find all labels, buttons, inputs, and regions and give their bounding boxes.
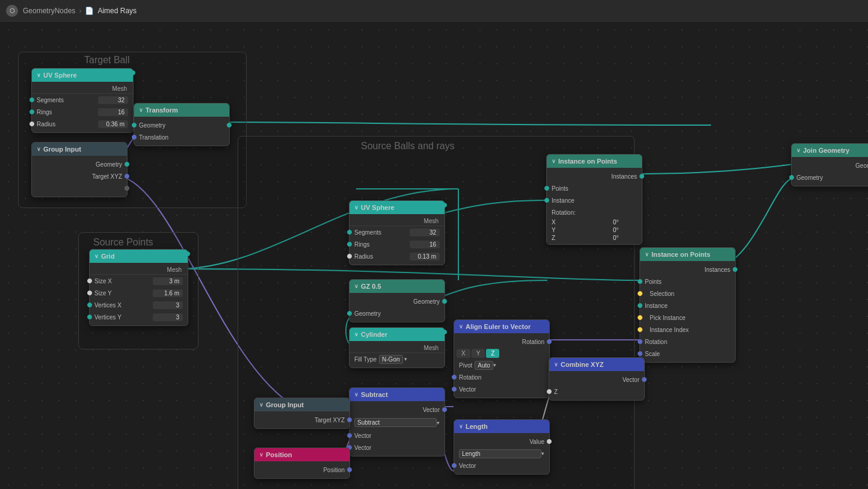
uv-sphere-1-header[interactable]: ∨ UV Sphere	[32, 69, 133, 82]
segments-port-2[interactable]	[347, 230, 352, 235]
collapse-subtract[interactable]: ∨	[354, 392, 359, 398]
iop2-rotation-port[interactable]	[638, 339, 642, 344]
collapse-icon[interactable]: ∨	[37, 72, 41, 78]
mesh-cyl-out[interactable]	[442, 330, 447, 334]
collapse-align[interactable]: ∨	[459, 324, 463, 330]
dropdown-arrow[interactable]: ▾	[404, 356, 407, 362]
size-y-val[interactable]: 1.6 m	[153, 289, 183, 297]
iop1-points-port[interactable]	[544, 186, 549, 191]
iop2-instance-port[interactable]	[638, 303, 642, 308]
iop2-instances-port[interactable]	[733, 267, 737, 272]
iop2-points-port[interactable]	[638, 279, 642, 284]
cylinder-header[interactable]: ∨ Cylinder	[349, 328, 445, 341]
radius-port-2[interactable]	[347, 254, 352, 259]
align-vector-in-port[interactable]	[452, 387, 457, 392]
collapse-cyl[interactable]: ∨	[354, 331, 359, 337]
fill-type-dropdown[interactable]: N-Gon	[379, 355, 402, 364]
geometry-gz-out[interactable]	[442, 299, 447, 304]
iop1-instances-port[interactable]	[639, 174, 644, 179]
geometry-in-port[interactable]	[132, 123, 137, 128]
subtract-vec1-port[interactable]	[347, 433, 352, 438]
subtract-header[interactable]: ∨ Subtract	[349, 388, 445, 401]
collapse-iop1[interactable]: ∨	[552, 158, 556, 164]
align-rotation-in-port[interactable]	[452, 375, 457, 380]
pivot-dropdown[interactable]: Auto	[475, 361, 493, 370]
radius-value-2[interactable]: 0.13 m	[410, 253, 440, 260]
size-x-port[interactable]	[87, 278, 92, 283]
uv-sphere-2-header[interactable]: ∨ UV Sphere	[349, 201, 445, 214]
rings-port-2[interactable]	[347, 242, 352, 247]
rings-value-2[interactable]: 16	[410, 241, 440, 248]
iop2-header[interactable]: ∨ Instance on Points	[640, 248, 735, 261]
collapse-icon-2[interactable]: ∨	[354, 205, 359, 211]
group-input-2-header[interactable]: ∨ Group Input	[254, 398, 349, 411]
geometry-out-port[interactable]	[125, 162, 129, 167]
collapse-icon[interactable]: ∨	[139, 107, 143, 113]
collapse-grid[interactable]: ∨	[94, 253, 99, 259]
x-tab[interactable]: X	[457, 349, 470, 358]
mesh-port-out-2[interactable]	[442, 203, 447, 208]
iop1-header[interactable]: ∨ Instance on Points	[547, 155, 642, 168]
iop2-index-port[interactable]	[638, 327, 642, 332]
iop2-scale-port[interactable]	[638, 351, 642, 356]
join-geo-in-port[interactable]	[789, 175, 794, 180]
collapse-icon[interactable]: ∨	[37, 146, 41, 152]
iop1-instance-port[interactable]	[544, 198, 549, 203]
target-xyz-port[interactable]	[125, 174, 129, 179]
radius-value[interactable]: 0.36 m	[98, 120, 128, 128]
radius-port[interactable]	[29, 121, 34, 126]
length-header[interactable]: ∨ Length	[454, 420, 549, 433]
gi2-target-port[interactable]	[347, 417, 352, 422]
vert-y-val[interactable]: 3	[153, 313, 183, 321]
node-canvas[interactable]: Target Ball Source Balls and rays Source…	[0, 22, 868, 489]
join-geo-header[interactable]: ∨ Join Geometry	[792, 144, 868, 157]
length-vec-port[interactable]	[452, 463, 457, 468]
length-arrow[interactable]: ▾	[541, 451, 544, 457]
mesh-port-out[interactable]	[131, 70, 135, 75]
collapse-gi2[interactable]: ∨	[259, 402, 263, 408]
combine-vector-out-port[interactable]	[642, 377, 647, 382]
segments-value-2[interactable]: 32	[410, 229, 440, 236]
length-value-out-port[interactable]	[547, 439, 552, 444]
subtract-vector-out-port[interactable]	[442, 407, 447, 412]
align-euler-header[interactable]: ∨ Align Euler to Vector	[454, 320, 549, 333]
combine-xyz-header[interactable]: ∨ Combine XYZ	[549, 358, 644, 371]
collapse-combine[interactable]: ∨	[554, 361, 558, 368]
group-input-1-header[interactable]: ∨ Group Input	[32, 143, 127, 156]
iop2-selection-port[interactable]	[638, 291, 642, 296]
translation-port[interactable]	[132, 135, 137, 140]
collapse-pos[interactable]: ∨	[259, 452, 263, 458]
grid-header[interactable]: ∨ Grid	[90, 250, 188, 263]
vert-x-port[interactable]	[87, 303, 92, 307]
combine-z-in-port[interactable]	[547, 389, 552, 394]
segments-value[interactable]: 32	[98, 96, 128, 104]
align-rotation-in: Rotation	[454, 371, 549, 383]
collapse-iop2[interactable]: ∨	[645, 251, 649, 257]
gz-header[interactable]: ∨ GZ 0.5	[349, 280, 445, 293]
rings-port[interactable]	[29, 109, 34, 114]
vert-y-port[interactable]	[87, 315, 92, 319]
position-header[interactable]: ∨ Position	[254, 448, 349, 461]
size-y-port[interactable]	[87, 291, 92, 295]
rings-value[interactable]: 16	[98, 108, 128, 116]
align-rotation-out-port[interactable]	[547, 339, 552, 344]
subtract-dropdown[interactable]: Subtract	[354, 418, 437, 427]
collapse-length[interactable]: ∨	[459, 423, 463, 429]
collapse-join[interactable]: ∨	[796, 147, 801, 153]
collapse-gz[interactable]: ∨	[354, 283, 359, 289]
position-out-port[interactable]	[347, 467, 352, 472]
vert-x-val[interactable]: 3	[153, 301, 183, 309]
size-x-val[interactable]: 3 m	[153, 277, 183, 285]
y-tab[interactable]: Y	[472, 349, 485, 358]
breadcrumb-item-1[interactable]: GeometryNodes	[23, 7, 75, 15]
length-dropdown[interactable]: Length	[459, 449, 541, 458]
mesh-grid-out[interactable]	[185, 251, 190, 256]
segments-port[interactable]	[29, 97, 34, 102]
iop2-pick-port[interactable]	[638, 315, 642, 320]
z-tab[interactable]: Z	[486, 349, 499, 358]
pivot-arrow[interactable]: ▾	[493, 362, 496, 368]
transform-header[interactable]: ∨ Transform	[134, 103, 229, 117]
sub-arrow[interactable]: ▾	[437, 420, 440, 426]
geometry-out-port[interactable]	[227, 123, 232, 128]
geometry-gz-in[interactable]	[347, 311, 352, 316]
